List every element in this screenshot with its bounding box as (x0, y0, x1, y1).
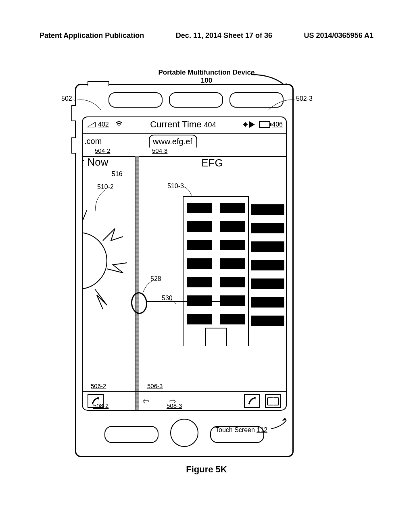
ref-402: 402 (98, 121, 109, 128)
content-bottom-refs: 506-2 506-3 (83, 382, 286, 391)
left-pane-title: ather Now (83, 156, 108, 168)
figure-caption: Figure 5K (0, 464, 413, 475)
right-pane[interactable]: EFG (138, 156, 286, 392)
ref-506-2: 506-2 (91, 382, 106, 389)
url-reference-row: 504-2 504-3 (83, 147, 286, 157)
lead-528 (142, 280, 154, 294)
device-title: Portable Multifunction Device (0, 69, 413, 77)
battery-icon (259, 121, 270, 128)
signal-icon (87, 122, 96, 127)
play-icon (249, 121, 255, 128)
touch-screen-label: Touch Screen 112 (215, 426, 267, 434)
back-button[interactable]: ⇦ (142, 396, 149, 406)
bluetooth-icon: ⌖ (243, 119, 248, 130)
label-516: 516 (112, 170, 123, 178)
speaker-slot (88, 81, 109, 86)
gesture-arrow (147, 301, 232, 302)
touch-screen-lead (270, 418, 294, 430)
ref-406: 406 (272, 121, 283, 128)
lead-530 (170, 299, 178, 305)
device-frame: 402 Current Time 404 ⌖ 406 .com www.efg.… (75, 84, 294, 457)
content-area: ather Now EFG (83, 156, 286, 392)
ref-506-3: 506-3 (147, 382, 163, 389)
label-510-3: 510-3 (167, 183, 184, 190)
lead-502-2 (77, 98, 105, 114)
bottom-pill-left (104, 426, 159, 443)
svg-point-1 (83, 233, 107, 289)
right-pane-title: EFG (138, 157, 286, 169)
ref-504-2: 504-2 (95, 147, 110, 154)
touch-screen[interactable]: 402 Current Time 404 ⌖ 406 .com www.efg.… (82, 116, 287, 411)
url-bar-row: .com www.efg.ef (83, 133, 286, 148)
svg-point-0 (118, 125, 119, 126)
ref-504-3: 504-3 (152, 147, 167, 154)
browser-toolbar: 508-2 ⇦ 508-3 ⇨ (83, 391, 286, 410)
lead-502-3 (266, 98, 297, 114)
lead-510-2 (93, 189, 117, 213)
callout-502-3: 502-3 (296, 95, 313, 102)
wifi-icon (115, 121, 123, 129)
url-right-tab[interactable]: www.efg.ef (149, 135, 197, 148)
status-bar: 402 Current Time 404 ⌖ 406 (83, 117, 286, 132)
header-left: Patent Application Publication (40, 31, 144, 40)
page-header: Patent Application Publication Dec. 11, … (40, 31, 373, 40)
device-reference-number: 100 (0, 77, 413, 85)
sun-icon (83, 208, 131, 313)
side-button-1[interactable] (71, 105, 76, 121)
lead-510-3 (183, 186, 195, 198)
side-button-2[interactable] (71, 137, 76, 154)
bookmarks-button[interactable] (265, 394, 281, 408)
home-button[interactable] (170, 419, 198, 447)
header-center: Dec. 11, 2014 Sheet 17 of 36 (176, 31, 272, 40)
building-graphic (183, 196, 249, 346)
current-time-label: Current Time 404 (123, 119, 243, 130)
ref-508-3: 508-3 (167, 402, 182, 409)
sensor-pill-2 (169, 92, 223, 108)
side-building-graphic (248, 204, 284, 345)
sensor-pill-1 (108, 92, 163, 108)
toolbar-divider (135, 392, 139, 410)
url-left-partial[interactable]: .com (83, 137, 138, 146)
share-button-right[interactable] (244, 394, 260, 408)
header-right: US 2014/0365956 A1 (304, 31, 373, 40)
ref-508-2: 508-2 (93, 402, 108, 409)
share-icon (248, 397, 256, 405)
